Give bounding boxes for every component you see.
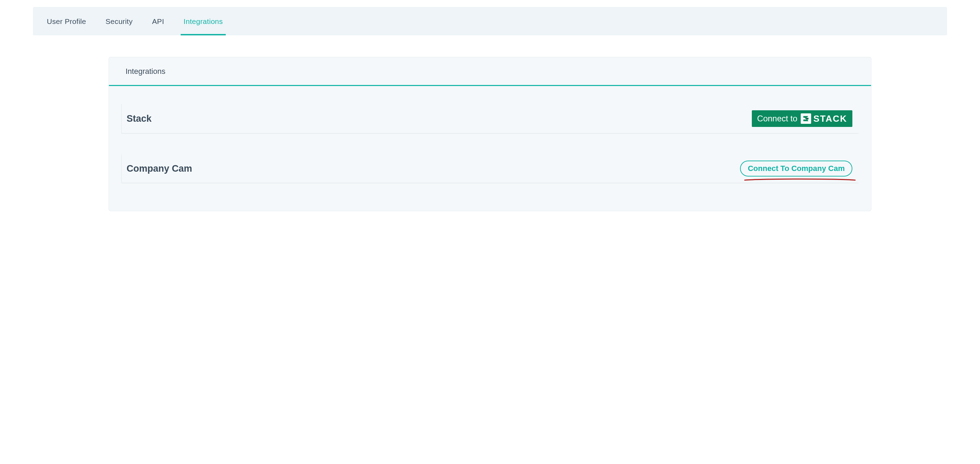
tab-security[interactable]: Security xyxy=(103,7,135,35)
stack-logo: STACK xyxy=(801,113,847,124)
page-container: User Profile Security API Integrations I… xyxy=(0,0,980,218)
stack-logo-word: STACK xyxy=(813,114,847,123)
s-stripe-icon xyxy=(802,115,810,122)
integration-row-stack: Stack Connect to STACK xyxy=(121,104,859,133)
annotation-underline-icon xyxy=(744,178,856,181)
integration-title-company-cam: Company Cam xyxy=(127,163,192,174)
card-header: Integrations xyxy=(109,57,871,86)
svg-marker-1 xyxy=(805,118,809,120)
connect-stack-prefix: Connect to xyxy=(757,114,797,123)
connect-stack-button[interactable]: Connect to STACK xyxy=(752,110,853,127)
stack-logo-icon xyxy=(801,113,811,124)
content-area: Integrations Stack Connect to STACK xyxy=(102,57,878,211)
integrations-card: Integrations Stack Connect to STACK xyxy=(108,57,872,211)
svg-marker-2 xyxy=(803,120,809,121)
integration-title-stack: Stack xyxy=(127,113,151,124)
tab-user-profile[interactable]: User Profile xyxy=(44,7,89,35)
svg-marker-0 xyxy=(803,116,809,118)
tab-integrations[interactable]: Integrations xyxy=(181,7,225,35)
connect-company-cam-wrap: Connect To Company Cam xyxy=(740,160,853,176)
connect-company-cam-button[interactable]: Connect To Company Cam xyxy=(740,160,853,176)
settings-tabs: User Profile Security API Integrations xyxy=(33,7,947,35)
tab-api[interactable]: API xyxy=(150,7,167,35)
integration-row-company-cam: Company Cam Connect To Company Cam xyxy=(121,154,859,183)
